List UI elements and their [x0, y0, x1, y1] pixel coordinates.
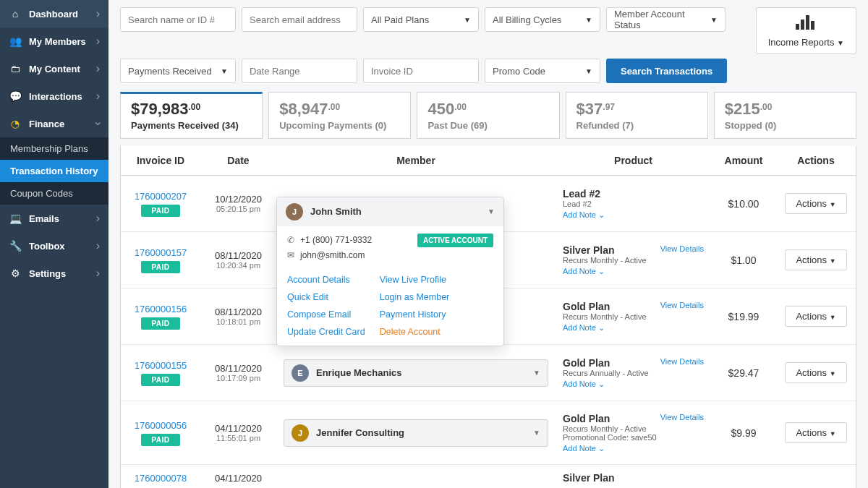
caret-down-icon: ▼: [710, 16, 718, 24]
stat-upcoming-payments[interactable]: $8,947.00 Upcoming Payments (0): [268, 92, 411, 139]
add-note-link[interactable]: Add Note ⌄: [563, 444, 605, 453]
promo-code-select[interactable]: Promo Code▼: [485, 59, 600, 83]
main-content: All Paid Plans▼ All Billing Cycles▼ Memb…: [109, 0, 868, 488]
avatar: E: [292, 364, 309, 382]
gear-icon: ⚙: [9, 267, 22, 279]
actions-button[interactable]: Actions ▼: [785, 422, 846, 443]
sidebar-item-emails[interactable]: 💻 Emails ›: [0, 205, 109, 232]
table-header: Invoice ID Date Member Product Amount Ac…: [121, 146, 856, 176]
chevron-right-icon: ›: [96, 35, 100, 48]
invoice-link[interactable]: 1760000056: [128, 420, 193, 431]
sidebar-item-settings[interactable]: ⚙ Settings ›: [0, 260, 109, 287]
sidebar-item-label: My Members: [29, 36, 96, 47]
view-details-link[interactable]: View Details: [660, 244, 704, 253]
invoice-link[interactable]: 1760000156: [128, 304, 193, 314]
login-as-member-link[interactable]: Login as Member: [380, 292, 450, 302]
sidebar-item-finance[interactable]: ◔ Finance ›: [0, 110, 109, 137]
sidebar-sub-coupon-codes[interactable]: Coupon Codes: [0, 182, 109, 205]
envelope-icon: ✉: [287, 250, 300, 260]
caret-down-icon: ▼: [830, 257, 836, 265]
paid-plans-select[interactable]: All Paid Plans▼: [363, 7, 479, 32]
add-note-link[interactable]: Add Note ⌄: [563, 323, 605, 332]
chevron-down-icon: ›: [91, 121, 104, 125]
sidebar-sub-membership-plans[interactable]: Membership Plans: [0, 137, 109, 160]
chevron-right-icon: ›: [96, 267, 100, 280]
caret-down-icon: ▼: [837, 39, 844, 47]
invoice-id-input[interactable]: [363, 59, 479, 83]
stat-payments-received[interactable]: $79,983.00 Payments Received (34): [120, 92, 263, 139]
sidebar-item-interactions[interactable]: 💬 Interactions ›: [0, 82, 109, 110]
sidebar-item-members[interactable]: 👥 My Members ›: [0, 27, 109, 55]
table-row: 1760000056PAID 04/11/202011:55:01 pm J J…: [121, 401, 856, 465]
chevron-down-icon: ⌄: [598, 323, 605, 332]
invoice-link[interactable]: 1760000157: [128, 247, 193, 258]
svg-rect-3: [811, 21, 814, 30]
table-row: 1760000207 PAID 10/12/202005:20:15 pm J …: [121, 176, 856, 232]
view-details-link[interactable]: View Details: [660, 413, 704, 421]
stats-row: $79,983.00 Payments Received (34) $8,947…: [109, 87, 868, 146]
table-row: 1760000078 04/11/2020 Silver Plan: [121, 465, 856, 488]
caret-down-icon: ▼: [830, 370, 836, 377]
quick-edit-link[interactable]: Quick Edit: [287, 292, 365, 302]
income-reports-button[interactable]: Income Reports ▼: [756, 7, 856, 54]
chevron-right-icon: ›: [96, 212, 100, 225]
product-sub: Recurs Monthly - Active: [563, 256, 704, 265]
add-note-link[interactable]: Add Note ⌄: [563, 380, 605, 388]
sidebar-item-label: Finance: [29, 119, 96, 129]
stat-stopped[interactable]: $215.00 Stopped (0): [714, 92, 856, 139]
amount-cell: $9.99: [711, 420, 776, 446]
actions-button[interactable]: Actions ▼: [785, 362, 846, 383]
member-popover-header[interactable]: J John Smith ▼: [277, 197, 503, 226]
caret-down-icon: ▼: [830, 430, 836, 437]
update-credit-card-link[interactable]: Update Credit Card: [287, 327, 365, 337]
sidebar-item-toolbox[interactable]: 🔧 Toolbox ›: [0, 232, 109, 260]
view-details-link[interactable]: View Details: [660, 301, 704, 309]
actions-button[interactable]: Actions ▼: [785, 306, 846, 327]
actions-button[interactable]: Actions ▼: [785, 193, 846, 214]
svg-rect-1: [801, 20, 804, 30]
search-transactions-button[interactable]: Search Transactions: [606, 59, 727, 83]
payment-history-link[interactable]: Payment History: [380, 309, 450, 320]
invoice-link[interactable]: 1760000078: [128, 473, 193, 484]
member-pill[interactable]: E Enrique Mechanics ▼: [284, 359, 548, 387]
view-details-link[interactable]: View Details: [660, 357, 704, 366]
add-note-link[interactable]: Add Note ⌄: [563, 267, 605, 275]
caret-down-icon: ▼: [464, 16, 471, 24]
view-live-profile-link[interactable]: View Live Profile: [380, 275, 450, 285]
amount-cell: $10.00: [711, 191, 776, 217]
caret-down-icon: ▼: [221, 67, 228, 75]
product-name: Silver Plan: [563, 244, 615, 256]
date-range-input[interactable]: [242, 59, 357, 83]
account-details-link[interactable]: Account Details: [287, 275, 365, 285]
billing-cycles-select[interactable]: All Billing Cycles▼: [485, 7, 600, 32]
payments-received-select[interactable]: Payments Received▼: [120, 59, 236, 83]
add-note-link[interactable]: Add Note ⌄: [563, 210, 605, 219]
svg-rect-0: [796, 24, 799, 30]
paid-badge: PAID: [141, 317, 179, 330]
delete-account-link[interactable]: Delete Account: [380, 327, 450, 337]
invoice-link[interactable]: 1760000207: [128, 191, 193, 202]
member-pill[interactable]: J Jennifer Consulting ▼: [284, 419, 548, 447]
paid-badge: PAID: [141, 205, 179, 217]
search-name-input[interactable]: [120, 7, 236, 32]
invoice-link[interactable]: 1760000155: [128, 360, 193, 371]
stat-past-due[interactable]: 450.00 Past Due (69): [417, 92, 559, 139]
actions-button[interactable]: Actions ▼: [785, 249, 846, 270]
sidebar-item-dashboard[interactable]: ⌂ Dashboard ›: [0, 0, 109, 27]
compose-email-link[interactable]: Compose Email: [287, 309, 365, 320]
paid-badge: PAID: [141, 374, 179, 386]
amount-cell: $1.00: [711, 247, 776, 273]
sidebar-item-content[interactable]: 🗀 My Content ›: [0, 55, 109, 82]
account-status-select[interactable]: Member Account Status▼: [606, 7, 726, 32]
sidebar: ⌂ Dashboard › 👥 My Members › 🗀 My Conten…: [0, 0, 109, 488]
phone-icon: ✆: [287, 235, 300, 245]
sidebar-sub-transaction-history[interactable]: Transaction History: [0, 160, 109, 182]
filters-row-1: All Paid Plans▼ All Billing Cycles▼ Memb…: [109, 0, 868, 59]
search-email-input[interactable]: [242, 7, 357, 32]
product-name: Silver Plan: [563, 472, 704, 484]
stat-refunded[interactable]: $37.97 Refunded (7): [566, 92, 708, 139]
users-icon: 👥: [9, 35, 22, 47]
piechart-icon: ◔: [9, 118, 22, 129]
th-member: Member: [276, 146, 556, 175]
chevron-right-icon: ›: [96, 7, 100, 20]
